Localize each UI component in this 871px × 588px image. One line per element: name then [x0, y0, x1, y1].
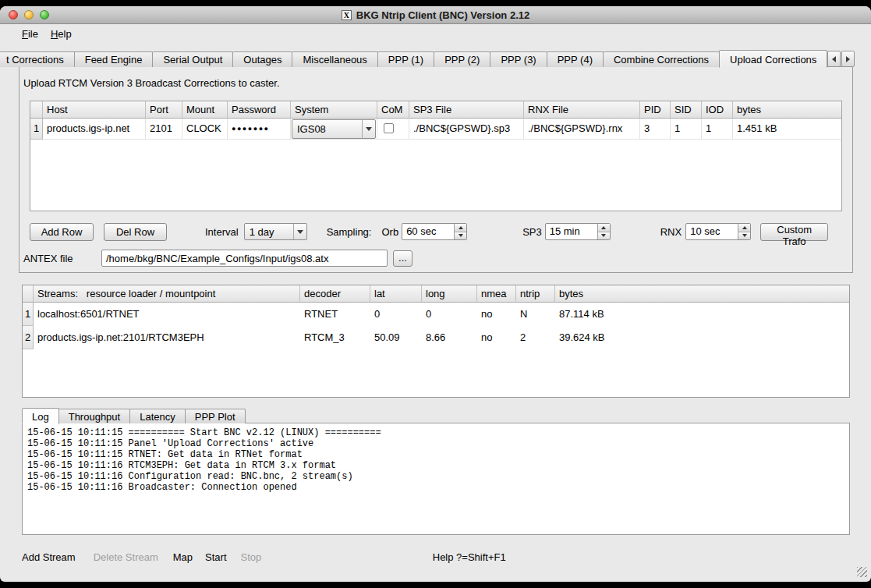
tab-log[interactable]: Log: [22, 408, 59, 424]
system-combobox-value: IGS08: [292, 119, 362, 140]
orb-sampling-spinbox[interactable]: 60 sec: [402, 223, 467, 240]
upload-table: Host Port Mount Password System CoM SP3 …: [30, 101, 842, 211]
rnx-sampling-spinbox[interactable]: 10 sec: [685, 223, 751, 240]
tab-scroll-right-button[interactable]: [841, 51, 855, 67]
titlebar: X BKG Ntrip Client (BNC) Version 2.12: [0, 6, 871, 24]
spinner-buttons: [454, 224, 466, 239]
cell-sid[interactable]: 1: [671, 119, 702, 140]
add-row-button[interactable]: Add Row: [30, 223, 94, 241]
com-checkbox[interactable]: [384, 123, 394, 133]
antex-file-input[interactable]: [101, 250, 388, 267]
spin-up-icon[interactable]: [455, 224, 466, 232]
col-header-mountpoint[interactable]: Streams: resource loader / mountpoint: [34, 285, 300, 303]
resize-grip[interactable]: [857, 567, 867, 577]
tab-miscellaneous[interactable]: Miscellaneous: [292, 51, 377, 67]
cell-password[interactable]: ●●●●●●●: [228, 119, 291, 140]
custom-trafo-button[interactable]: Custom Trafo: [760, 223, 828, 241]
delete-stream-button[interactable]: Delete Stream: [94, 551, 158, 563]
tab-ppp-4[interactable]: PPP (4): [547, 51, 604, 67]
close-window-button[interactable]: [9, 10, 18, 19]
tab-ppp-2[interactable]: PPP (2): [434, 51, 490, 67]
spin-up-icon[interactable]: [598, 224, 610, 232]
col-header-bytes[interactable]: bytes: [555, 285, 849, 303]
cell-nmea: no: [477, 303, 516, 326]
cell-host[interactable]: products.igs-ip.net: [43, 119, 146, 140]
col-header-iod[interactable]: IOD: [702, 101, 733, 119]
cell-rnx-file[interactable]: ./BNC${GPSWD}.rnx: [524, 119, 640, 140]
menu-help[interactable]: Help: [51, 28, 72, 40]
app-window: X BKG Ntrip Client (BNC) Version 2.12 Fi…: [0, 6, 871, 582]
add-stream-button[interactable]: Add Stream: [22, 551, 76, 563]
col-header-nmea[interactable]: nmea: [477, 285, 516, 303]
log-line: 15-06-15 10:11:15 RTNET: Get data in RTN…: [27, 449, 844, 460]
log-output[interactable]: 15-06-15 10:11:15 ========== Start BNC v…: [22, 423, 850, 535]
spin-down-icon[interactable]: [738, 232, 750, 240]
chevron-down-icon: [293, 224, 306, 239]
sp3-sampling-spinbox[interactable]: 15 min: [545, 223, 611, 240]
tab-throughput[interactable]: Throughput: [58, 409, 131, 423]
col-header-long[interactable]: long: [422, 285, 477, 303]
zoom-window-button[interactable]: [40, 10, 49, 19]
minimize-window-button[interactable]: [24, 10, 34, 19]
col-header-ntrip[interactable]: ntrip: [516, 285, 555, 303]
interval-combobox-value: 1 day: [245, 226, 293, 238]
spin-down-icon[interactable]: [598, 232, 610, 240]
sp3-label: SP3: [522, 226, 542, 238]
col-header-lat[interactable]: lat: [370, 285, 422, 303]
cell-port[interactable]: 2101: [146, 119, 182, 140]
cell-bytes: 39.624 kB: [555, 326, 849, 349]
stream-row[interactable]: 1 localhost:6501/RTNET RTNET 0 0 no N 87…: [23, 303, 849, 326]
cell-iod[interactable]: 1: [702, 119, 733, 140]
tab-scroll-left-button[interactable]: [827, 51, 841, 67]
tab-ppp-1[interactable]: PPP (1): [377, 51, 434, 67]
window-title-text: BKG Ntrip Client (BNC) Version 2.12: [356, 9, 529, 21]
panel-description: Upload RTCM Version 3 Broadcast Correcti…: [23, 77, 842, 89]
col-header-host[interactable]: Host: [43, 101, 146, 119]
tab-serial-output[interactable]: Serial Output: [152, 51, 233, 67]
tab-combine-corrections[interactable]: Combine Corrections: [603, 51, 720, 67]
col-header-sid[interactable]: SID: [671, 101, 702, 119]
tab-feed-engine[interactable]: Feed Engine: [74, 51, 154, 67]
spin-up-icon[interactable]: [738, 224, 750, 232]
col-header-system[interactable]: System: [291, 101, 377, 119]
x11-app-icon: X: [342, 10, 352, 20]
col-header-mount[interactable]: Mount: [182, 101, 228, 119]
orb-label: Orb: [381, 226, 398, 238]
tab-upload-corrections[interactable]: Upload Corrections: [719, 50, 827, 68]
cell-sp3-file[interactable]: ./BNC${GPSWD}.sp3: [409, 119, 524, 140]
upload-table-header: Host Port Mount Password System CoM SP3 …: [30, 101, 841, 119]
log-line: 15-06-15 10:11:16 RTCM3EPH: Get data in …: [27, 460, 844, 471]
spin-down-icon[interactable]: [455, 232, 466, 240]
table-corner: [30, 101, 43, 119]
antex-browse-button[interactable]: ...: [393, 250, 412, 267]
cell-lat: 0: [370, 303, 422, 326]
antex-row: ANTEX file ...: [30, 250, 842, 267]
cell-system: IGS08: [291, 119, 377, 140]
interval-combobox[interactable]: 1 day: [244, 223, 307, 240]
cell-pid[interactable]: 3: [640, 119, 671, 140]
col-header-decoder[interactable]: decoder: [300, 285, 370, 303]
upload-table-row: 1 products.igs-ip.net 2101 CLOCK ●●●●●●●…: [30, 119, 841, 140]
cell-mount[interactable]: CLOCK: [182, 119, 228, 140]
start-button[interactable]: Start: [205, 551, 226, 563]
col-header-port[interactable]: Port: [146, 101, 182, 119]
cell-mountpoint: localhost:6501/RTNET: [34, 303, 300, 326]
system-combobox[interactable]: IGS08: [292, 119, 376, 139]
del-row-button[interactable]: Del Row: [104, 223, 167, 241]
tab-outages[interactable]: Outages: [232, 51, 292, 67]
cell-bytes: 87.114 kB: [555, 303, 849, 326]
tab-latency[interactable]: Latency: [129, 409, 186, 423]
tab-ppp-3[interactable]: PPP (3): [490, 51, 547, 67]
stream-row[interactable]: 2 products.igs-ip.net:2101/RTCM3EPH RTCM…: [23, 326, 849, 349]
stop-button[interactable]: Stop: [241, 551, 262, 563]
col-header-pid[interactable]: PID: [640, 101, 671, 119]
tab-ppp-plot[interactable]: PPP Plot: [185, 409, 246, 423]
menu-file[interactable]: File: [22, 28, 38, 40]
col-header-sp3-file[interactable]: SP3 File: [409, 101, 524, 119]
col-header-com[interactable]: CoM: [377, 101, 409, 119]
tab-broadcast-corrections[interactable]: t Corrections: [0, 51, 75, 67]
map-button[interactable]: Map: [173, 551, 193, 563]
col-header-rnx-file[interactable]: RNX File: [524, 101, 640, 119]
col-header-password[interactable]: Password: [228, 101, 291, 119]
col-header-bytes[interactable]: bytes: [733, 101, 841, 119]
